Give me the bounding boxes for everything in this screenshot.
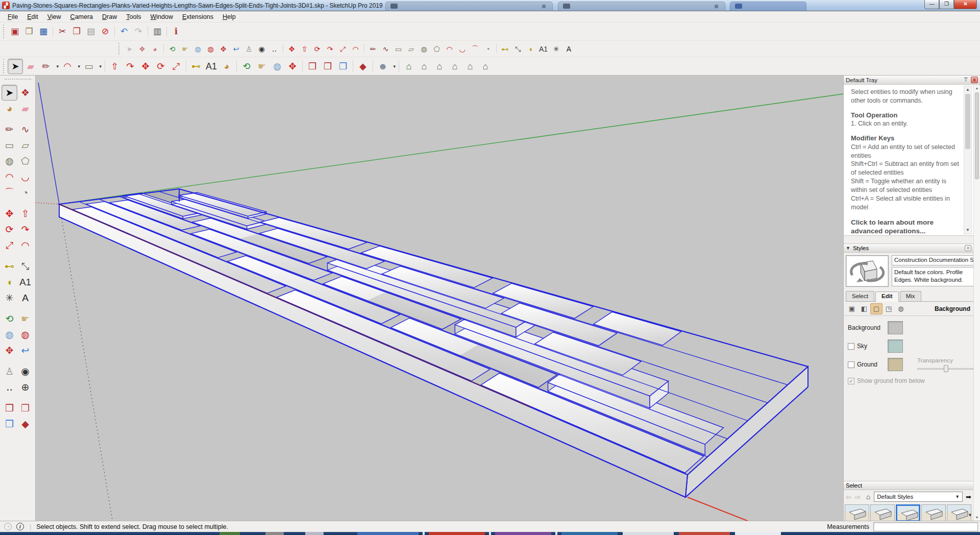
rectangle-icon[interactable]: ▭ [2, 137, 17, 153]
erase-icon[interactable]: ⊘ [98, 25, 112, 39]
dimension-icon[interactable]: ⤡ [17, 258, 33, 274]
style-thumbnail[interactable] [870, 504, 895, 522]
home-icon[interactable]: ⌂ [866, 493, 870, 501]
zoom-window-icon[interactable]: ◍ [17, 327, 33, 343]
orbit-icon[interactable]: ⟲ [2, 311, 17, 327]
3d-text-icon[interactable]: A [562, 42, 575, 55]
three-point-arc-icon[interactable]: ⌒ [2, 185, 17, 201]
protractor-icon[interactable]: ◖ [2, 274, 17, 290]
credits-icon[interactable]: i [16, 523, 24, 530]
scrollbar-thumb[interactable] [965, 94, 970, 149]
3d-warehouse-icon[interactable]: ❒ [305, 59, 320, 74]
offset-icon[interactable]: ◠ [17, 237, 33, 253]
menu-file[interactable]: File [3, 12, 22, 21]
face-settings-icon[interactable]: ◧ [858, 303, 870, 314]
move-icon[interactable]: ✥ [2, 206, 17, 222]
ground-checkbox[interactable] [848, 361, 854, 368]
freehand-icon[interactable]: ∿ [17, 121, 33, 137]
tray-close-icon[interactable]: x [971, 77, 978, 83]
view-left-icon[interactable]: ⌂ [478, 59, 493, 74]
taskbar-icon[interactable] [679, 532, 730, 535]
share-model-icon[interactable]: ❒ [320, 59, 335, 74]
instructor-scrollbar[interactable]: ▲ ▼ [964, 86, 972, 234]
two-point-arc-icon[interactable]: ◡ [456, 42, 469, 55]
taskbar-icon[interactable] [305, 532, 324, 535]
tab-select[interactable]: Select [846, 291, 874, 301]
text-icon[interactable]: A1 [537, 42, 550, 55]
style-thumbnail[interactable] [896, 504, 920, 522]
menu-camera[interactable]: Camera [66, 12, 97, 21]
taskbar-icon[interactable] [735, 532, 781, 535]
save-icon[interactable]: ▦ [36, 25, 51, 39]
arc-icon[interactable]: ◠ [2, 169, 17, 185]
select-tool-icon[interactable]: ➤ [2, 85, 17, 101]
scroll-down-icon[interactable]: ▼ [974, 514, 980, 521]
circle-icon[interactable]: ◍ [2, 153, 17, 169]
paint-bucket-icon[interactable]: ◕ [219, 59, 234, 74]
style-name-input[interactable]: Construction Documentation Sty [892, 255, 980, 265]
redo-icon[interactable]: ↷ [131, 25, 145, 39]
push-pull-icon[interactable]: ⇧ [107, 59, 122, 74]
pie-icon[interactable]: ◔ [481, 42, 494, 55]
scroll-up-icon[interactable]: ▲ [964, 86, 971, 93]
menu-tools[interactable]: Tools [121, 12, 145, 21]
toolbar-grip[interactable] [5, 79, 31, 83]
details-arrow-icon[interactable]: ➡ [966, 493, 971, 501]
slider-thumb[interactable] [944, 365, 948, 372]
eraser-icon[interactable]: ▰ [23, 59, 38, 74]
view-back-icon[interactable]: ⌂ [462, 59, 478, 74]
ground-color-swatch[interactable] [888, 358, 903, 371]
minimize-button[interactable]: — [924, 0, 939, 9]
zoom-window-icon[interactable]: ◍ [204, 42, 217, 55]
tape-measure-icon[interactable]: ⊷ [188, 59, 204, 74]
watermark-settings-icon[interactable]: ◳ [883, 303, 895, 314]
thumbnail-scroll-down-icon[interactable]: ▼ [968, 513, 972, 518]
taskbar-icon[interactable] [265, 532, 284, 535]
taskbar-icon[interactable] [623, 532, 674, 535]
background-color-swatch[interactable] [888, 321, 903, 334]
pan-icon[interactable]: ☛ [17, 311, 33, 327]
taskbar-icon[interactable] [357, 532, 419, 535]
rectangle-tools-icon[interactable]: ▭ [81, 59, 96, 74]
scroll-up-icon[interactable]: ▲ [974, 85, 980, 91]
edge-settings-icon[interactable]: ▣ [846, 303, 858, 314]
pan-icon[interactable]: ☛ [179, 42, 191, 55]
taskbar-icon[interactable] [561, 532, 618, 535]
style-thumbnail[interactable] [845, 504, 869, 522]
tab-mix[interactable]: Mix [900, 291, 921, 301]
text-icon[interactable]: A1 [17, 274, 33, 290]
taskbar-icon[interactable] [429, 532, 485, 535]
menu-draw[interactable]: Draw [97, 12, 121, 21]
menu-window[interactable]: Window [145, 12, 177, 21]
toolbar-grip[interactable] [3, 25, 6, 38]
viewport-3d[interactable] [36, 76, 843, 521]
view-front-icon[interactable]: ⌂ [432, 59, 447, 74]
polygon-icon[interactable]: ⬠ [17, 153, 33, 169]
position-camera-icon[interactable]: ♙ [242, 42, 255, 55]
view-right-icon[interactable]: ⌂ [447, 59, 462, 74]
undo-icon[interactable]: ↶ [117, 25, 131, 39]
windows-taskbar[interactable] [0, 532, 980, 535]
toolbar-grip[interactable] [3, 59, 6, 73]
extension-warehouse-icon[interactable]: ◆ [17, 416, 33, 432]
tab-edit[interactable]: Edit [875, 291, 899, 302]
follow-me-icon[interactable]: ↷ [17, 222, 33, 237]
open-file-icon[interactable]: ❒ [22, 25, 36, 39]
follow-me-icon[interactable]: ↷ [324, 42, 336, 55]
3d-text-icon[interactable]: A [17, 290, 33, 306]
zoom-extents-icon[interactable]: ✥ [2, 343, 17, 358]
push-pull-icon[interactable]: ⇧ [298, 42, 311, 55]
walk-icon[interactable]: ‥ [2, 379, 17, 395]
tray-scrollbar[interactable]: ▲ ▼ [973, 85, 980, 521]
position-camera-icon[interactable]: ♙ [2, 363, 17, 379]
back-icon[interactable]: ⇦ [846, 493, 851, 501]
dimension-icon[interactable]: ⤡ [511, 42, 524, 55]
rotated-rectangle-icon[interactable]: ▱ [405, 42, 418, 55]
share-component-icon[interactable]: ❒ [335, 59, 351, 74]
zoom-extents-icon[interactable]: ✥ [217, 42, 230, 55]
copy-icon[interactable]: ❐ [69, 25, 84, 39]
sky-checkbox[interactable] [848, 343, 854, 350]
arc-tools-icon[interactable]: ◠ [60, 59, 75, 74]
style-preview-thumbnail[interactable] [846, 255, 889, 287]
look-around-icon[interactable]: ◉ [17, 363, 33, 379]
